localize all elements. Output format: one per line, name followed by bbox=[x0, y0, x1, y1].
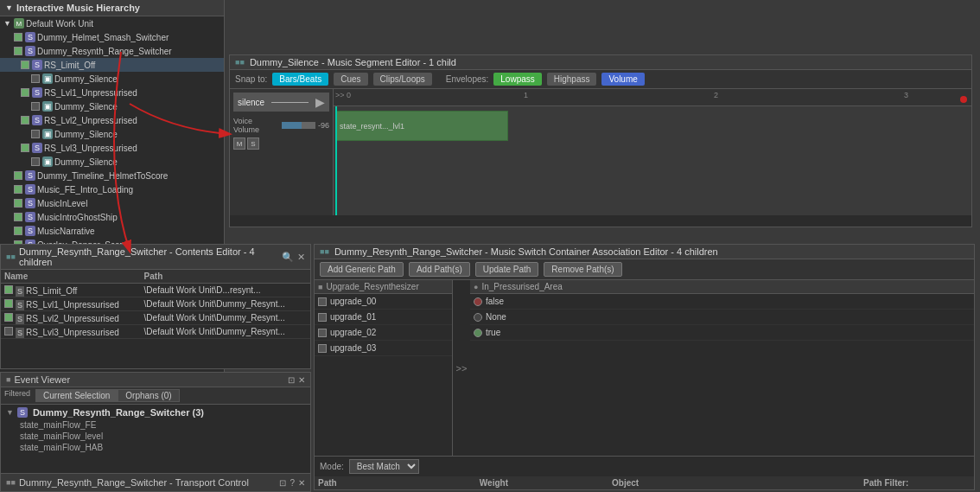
list-item[interactable]: S RS_Lvl2_Unpressurised bbox=[0, 113, 224, 127]
segment-editor-title: Dummy_Silence - Music Segment Editor - 1… bbox=[250, 57, 456, 67]
table-row[interactable]: SRS_Lvl3_Unpressurised \Default Work Uni… bbox=[1, 325, 310, 339]
switch-icon: S bbox=[25, 212, 35, 222]
list-item[interactable]: ▣ Dummy_Silence bbox=[0, 99, 224, 113]
table-row[interactable]: SRS_Lvl2_Unpressurised \Default Work Uni… bbox=[1, 311, 310, 325]
ruler-mark-0: >> 0 bbox=[335, 91, 351, 99]
row-checkbox[interactable] bbox=[4, 285, 13, 294]
contents-editor: ■■ Dummy_Resynth_Range_Switcher - Conten… bbox=[0, 244, 311, 369]
tab-current-selection[interactable]: Current Selection bbox=[35, 389, 118, 402]
item-checkbox[interactable] bbox=[14, 213, 22, 221]
list-item[interactable]: S Dummy_Helmet_Smash_Switcher bbox=[0, 30, 224, 44]
assoc-left-column: ■ Upgrade_Resynthesizer upgrade_00 upgra… bbox=[315, 280, 453, 456]
segment-editor: ■■ Dummy_Silence - Music Segment Editor … bbox=[229, 54, 972, 227]
assoc-right-item-2[interactable]: true bbox=[470, 325, 974, 341]
root-icon: M bbox=[14, 18, 24, 29]
transport-icon-1[interactable]: ⊡ bbox=[279, 478, 286, 488]
switch-icon: S bbox=[25, 46, 35, 56]
ev-icon-1[interactable]: ⊡ bbox=[288, 375, 295, 385]
volume-button[interactable]: Volume bbox=[601, 73, 644, 86]
item-checkbox[interactable] bbox=[21, 144, 29, 152]
filter-col-header: Path Filter: bbox=[860, 476, 974, 490]
contents-search-icon[interactable]: 🔍 bbox=[282, 252, 294, 263]
contents-close-icon[interactable]: ✕ bbox=[297, 252, 305, 263]
table-row[interactable]: SRS_Lvl1_Unpressurised \Default Work Uni… bbox=[1, 297, 310, 311]
solo-button[interactable]: S bbox=[247, 137, 259, 150]
item-checkbox[interactable] bbox=[31, 74, 40, 83]
list-item[interactable]: S RS_Lvl1_Unpressurised bbox=[0, 86, 224, 99]
assoc-forward-button[interactable]: >> bbox=[453, 280, 470, 456]
item-checkbox[interactable] bbox=[14, 227, 22, 235]
transport-icon-2[interactable]: ? bbox=[290, 478, 295, 488]
snap-label: Snap to: bbox=[235, 74, 267, 84]
hierarchy-header: ▼ Interactive Music Hierarchy bbox=[0, 0, 224, 16]
clips-loops-button[interactable]: Clips/Loops bbox=[373, 73, 432, 86]
list-item[interactable]: S MusicIntroGhostShip bbox=[0, 210, 224, 224]
segment-block: state_resynt..._lvl1 bbox=[335, 111, 508, 141]
item-checkbox[interactable] bbox=[14, 171, 22, 180]
tab-orphans[interactable]: Orphans (0) bbox=[118, 389, 179, 402]
list-item[interactable]: S Dummy_Resynth_Range_Switcher bbox=[0, 44, 224, 58]
remove-path-button[interactable]: Remove Path(s) bbox=[544, 262, 621, 277]
list-item[interactable]: ▣ Dummy_Silence bbox=[0, 72, 224, 86]
mute-button[interactable]: M bbox=[233, 137, 245, 150]
item-checkbox[interactable] bbox=[14, 185, 22, 194]
item-checkbox[interactable] bbox=[21, 61, 29, 69]
ev-sub-item-3: state_mainFlow_HAB bbox=[6, 442, 305, 453]
segment-editor-icon: ■■ bbox=[235, 58, 245, 67]
item-checkbox[interactable] bbox=[14, 199, 22, 208]
true-icon bbox=[474, 329, 482, 337]
row-checkbox[interactable] bbox=[4, 313, 13, 322]
hierarchy-title: Interactive Music Hierarchy bbox=[16, 3, 140, 13]
assoc-body: ■ Upgrade_Resynthesizer upgrade_00 upgra… bbox=[315, 280, 974, 456]
list-item[interactable]: S Dummy_Timeline_HelmetToScore bbox=[0, 169, 224, 182]
assoc-item-2[interactable]: upgrade_02 bbox=[315, 325, 452, 341]
assoc-item-0[interactable]: upgrade_00 bbox=[315, 294, 452, 310]
list-item[interactable]: ▣ Dummy_Silence bbox=[0, 127, 224, 141]
assoc-left-col-header: ■ Upgrade_Resynthesizer bbox=[315, 280, 452, 294]
ev-icon-2[interactable]: ✕ bbox=[298, 375, 305, 385]
filtered-label: Filtered bbox=[4, 389, 30, 402]
transport-close-icon[interactable]: ✕ bbox=[298, 478, 305, 488]
update-path-button[interactable]: Update Path bbox=[475, 262, 539, 277]
false-icon bbox=[474, 297, 482, 306]
list-item[interactable]: S MusicNarrative bbox=[0, 224, 224, 238]
list-item[interactable]: ▣ Dummy_Silence bbox=[0, 155, 224, 169]
volume-slider[interactable] bbox=[282, 122, 315, 129]
assoc-right-item-0[interactable]: false bbox=[470, 294, 974, 310]
item-checkbox[interactable] bbox=[31, 102, 40, 111]
contents-editor-header: ■■ Dummy_Resynth_Range_Switcher - Conten… bbox=[1, 245, 310, 270]
item-checkbox[interactable] bbox=[31, 130, 40, 138]
ev-active-item: Dummy_Resynth_Range_Switcher (3) bbox=[33, 407, 204, 418]
none-icon bbox=[474, 313, 482, 322]
list-item[interactable]: S RS_Limit_Off bbox=[0, 58, 224, 72]
item-checkbox[interactable] bbox=[31, 157, 40, 166]
row-checkbox[interactable] bbox=[4, 299, 13, 308]
in-pressurised-icon: ● bbox=[474, 283, 478, 291]
timeline-ruler: >> 0 1 2 3 bbox=[334, 89, 971, 106]
cues-button[interactable]: Cues bbox=[334, 73, 367, 86]
lowpass-button[interactable]: Lowpass bbox=[493, 73, 541, 86]
add-generic-path-button[interactable]: Add Generic Path bbox=[320, 262, 404, 277]
bars-beats-button[interactable]: Bars/Beats bbox=[272, 73, 328, 86]
assoc-item-1[interactable]: upgrade_01 bbox=[315, 310, 452, 325]
assoc-right-item-1[interactable]: None bbox=[470, 310, 974, 325]
add-path-button[interactable]: Add Path(s) bbox=[409, 262, 470, 277]
hierarchy-icon: ▼ bbox=[5, 3, 13, 12]
list-item[interactable]: S RS_Lvl3_Unpressurised bbox=[0, 141, 224, 155]
highpass-button[interactable]: Highpass bbox=[547, 73, 597, 86]
table-row[interactable]: SRS_Limit_Off \Default Work Unit\D...res… bbox=[1, 284, 310, 297]
item-checkbox[interactable] bbox=[21, 116, 29, 125]
tree-root[interactable]: ▼ M Default Work Unit bbox=[0, 16, 224, 30]
silence-label: silence bbox=[238, 98, 264, 107]
row-checkbox[interactable] bbox=[4, 327, 13, 335]
item-checkbox[interactable] bbox=[14, 47, 22, 55]
list-item[interactable]: S MusicInLevel bbox=[0, 196, 224, 210]
segment-icon: ▣ bbox=[42, 129, 53, 139]
mode-select[interactable]: Best Match bbox=[349, 459, 419, 474]
item-checkbox[interactable] bbox=[14, 33, 22, 42]
assoc-mode-row: Mode: Best Match bbox=[315, 456, 974, 476]
assoc-item-3[interactable]: upgrade_03 bbox=[315, 341, 452, 356]
item-checkbox[interactable] bbox=[21, 88, 29, 97]
list-item[interactable]: S Music_FE_Intro_Loading bbox=[0, 182, 224, 196]
segment-left-panel: silence ▶ Voice Volume -96 M S bbox=[230, 89, 334, 215]
